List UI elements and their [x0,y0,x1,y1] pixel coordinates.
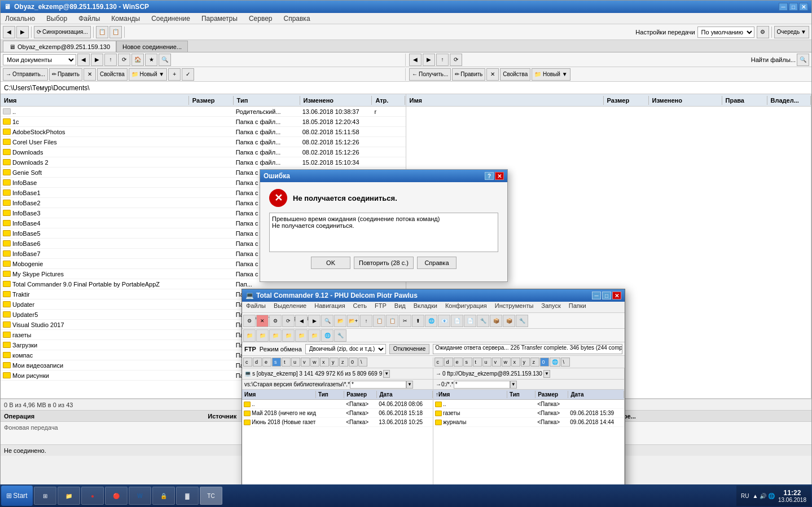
tc-drive-y-right[interactable]: y [521,358,530,367]
right-col-name[interactable]: Имя [406,96,604,105]
tc-menu-tools[interactable]: Инструменты [493,302,536,310]
right-col-owner[interactable]: Владел... [767,96,811,105]
tc-drive-w-right[interactable]: w [502,358,511,367]
tc-menu-ftp[interactable]: FTP [373,302,388,310]
right-back-btn[interactable]: ◀ [409,54,422,66]
tc-tool-6[interactable]: ▶ [308,315,321,327]
tc-menu-config[interactable]: Конфигурация [444,302,489,310]
tc-tool-7[interactable]: 🔍 [321,315,333,327]
tc-tool-4[interactable]: ⟳ [282,315,295,327]
tc-menu-view[interactable]: Вид [393,302,407,310]
tc-tool-13[interactable]: ✂ [399,315,411,327]
tc-drive-x-left[interactable]: x [320,358,329,367]
tc-left-col-size[interactable]: Размер [344,391,377,398]
left-bookmark-btn[interactable]: ★ [145,54,157,66]
tc-tool-22[interactable]: 🔧 [516,315,528,327]
tc-drive-t-left[interactable]: t [282,358,291,367]
edit-btn[interactable]: ✏ Править [49,68,82,81]
maximize-button[interactable]: □ [789,3,798,11]
tc-menu-files[interactable]: Файлы [244,302,267,310]
tc-left-filter-arrow[interactable]: ▼ [406,381,413,389]
start-button[interactable]: ⊞ Start [1,486,33,506]
tc-tool-8[interactable]: 📂 [334,315,346,327]
taskbar-windows-icon[interactable]: ⊞ [34,487,56,505]
tc-close-btn[interactable]: ✕ [612,292,621,299]
tc-tool2-3[interactable]: 📁 [269,329,282,342]
list-item[interactable]: Июнь 2018 (Новые газеты ... <Папка> 13.0… [242,418,433,427]
receive-btn[interactable]: ← Получить... [409,68,451,81]
new-right-btn[interactable]: 📁 Новый ▼ [532,68,570,81]
tc-drive-z-left[interactable]: z [339,358,348,367]
props-right-btn[interactable]: Свойства [500,68,530,81]
tc-drive-u-right[interactable]: u [482,358,491,367]
tab-new-connection[interactable]: Новое соединение... [116,41,188,52]
menu-help[interactable]: Справка [281,14,312,24]
tc-drive-z-right[interactable]: z [530,358,539,367]
tc-menu-select[interactable]: Выделение [272,302,308,310]
col-header-type[interactable]: Тип [234,96,300,105]
tc-tool2-4[interactable]: 📁 [282,329,295,342]
find-files-btn[interactable]: 🔍 [797,54,809,66]
tc-tool-2[interactable]: ✕ [256,315,269,327]
tc-tool-9[interactable]: 📂+ [347,315,359,327]
toolbar-btn-3[interactable]: 📋 [96,26,108,38]
tc-tool-16[interactable]: 📧 [438,315,450,327]
taskbar-cmd[interactable]: ▓ [176,487,199,505]
error-retry-button[interactable]: Повторить (28 с.) [354,257,414,269]
list-item[interactable]: 1c Папка с файл... 18.05.2018 12:20:43 [1,117,406,127]
tc-menu-net[interactable]: Сеть [352,302,368,310]
error-help-button[interactable]: Справка [417,257,457,269]
tc-right-col-size[interactable]: Размер [536,391,568,398]
error-help-btn[interactable]: ? [485,172,494,180]
tc-left-col-type[interactable]: Тип [316,391,344,398]
col-header-attr[interactable]: Атр. [372,96,405,105]
transfer-settings-btn[interactable]: ⚙ [757,26,769,38]
tc-left-col-name[interactable]: Имя [242,391,316,398]
props-left-btn[interactable]: Свойства [97,68,128,81]
tc-disconnect-button[interactable]: Отключение [389,344,429,354]
tc-drive-back-left[interactable]: \ [358,358,367,367]
left-search-btn[interactable]: 🔍 [159,54,171,66]
tc-drive-c-right[interactable]: c [434,358,444,367]
tc-right-filter[interactable] [454,381,510,389]
tc-menu-tabs[interactable]: Вкладки [412,302,439,310]
list-item[interactable]: журналы <Папка> 09.06.2018 14:44 [433,418,624,427]
menu-select[interactable]: Выбор [44,14,69,24]
tc-right-path-arrow[interactable]: ▼ [543,370,550,378]
col-header-modified[interactable]: Изменено [300,96,372,105]
col-header-size[interactable]: Размер [189,96,234,105]
tab-session-1[interactable]: 🖥 Obyaz_ekzemp@89.251.159.130 [3,41,116,52]
tc-tool-1[interactable]: ⚙ [243,315,256,327]
tc-tool-5[interactable]: ◀ [295,315,308,327]
tc-tool-19[interactable]: 🔧 [477,315,489,327]
tc-right-col-name[interactable]: ↑Имя [433,391,507,398]
tc-tool-17[interactable]: 📄 [451,315,463,327]
list-item[interactable]: .. Родительский... 13.06.2018 10:38:37 r [1,107,406,117]
tc-tool-15[interactable]: 🌐 [425,315,437,327]
new-left-btn[interactable]: 📁 Новый ▼ [129,68,167,81]
close-button[interactable]: ✕ [799,3,808,11]
tc-tool2-5[interactable]: 📁 [295,329,308,342]
edit-right-btn[interactable]: ✏ Править [452,68,485,81]
tc-menu-nav[interactable]: Навигация [313,302,346,310]
tc-drive-0-left[interactable]: 0 [349,358,358,367]
tc-tool2-7[interactable]: 🌐 [321,329,333,342]
list-item[interactable]: Downloads 2 Папка с файл... 15.02.2018 1… [1,157,406,167]
send-btn[interactable]: → Отправить... [3,68,48,81]
tc-tool2-2[interactable]: 📁 [256,329,269,342]
tc-tool2-8[interactable]: 🔧 [334,329,346,342]
taskbar-totalcmd[interactable]: TC [200,487,222,505]
tc-menu-folders[interactable]: Папки [567,302,588,310]
tc-drive-back-right[interactable]: \ [561,358,570,367]
tc-drive-x-right[interactable]: x [511,358,520,367]
taskbar-word[interactable]: W [129,487,151,505]
tc-tool2-1[interactable]: 📁 [243,329,256,342]
right-col-size[interactable]: Размер [604,96,649,105]
delete-left-btn[interactable]: ✕ [84,68,96,81]
left-refresh-btn[interactable]: ⟳ [118,54,130,66]
taskbar-browser-1[interactable]: ● [81,487,104,505]
tc-tool-12[interactable]: 📋 [386,315,398,327]
tc-left-col-date[interactable]: Дата [377,391,433,398]
menu-connection[interactable]: Соединение [149,14,192,24]
left-folder-select[interactable]: Мои документы [3,54,76,65]
